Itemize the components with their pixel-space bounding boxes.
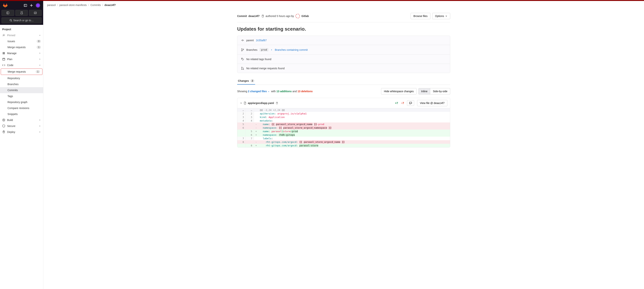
sidebar-deploy[interactable]: Deploy <box>0 129 43 135</box>
changes-summary: Showing 2 changed files with 13 addition… <box>237 90 313 93</box>
inline-view-button[interactable]: Inline <box>418 88 430 94</box>
hide-whitespace-button[interactable]: Hide whitespace changes <box>381 88 416 94</box>
pinned-section[interactable]: Pinned <box>0 32 43 38</box>
svg-point-12 <box>4 53 5 54</box>
sidebar-manage[interactable]: Manage <box>0 50 43 56</box>
diff-line: 8- rht-gitops.com/argocd: {{ parasol_sto… <box>237 140 450 144</box>
svg-rect-13 <box>2 58 5 60</box>
branch-tag[interactable]: prod <box>260 48 268 51</box>
build-icon <box>2 119 5 122</box>
sidebar-issues[interactable]: Issues 0 <box>0 38 43 44</box>
tabs: Changes 2 <box>237 77 450 85</box>
diff-line: 44 metadata: <box>237 119 450 122</box>
nav-btn-3[interactable] <box>29 10 42 16</box>
sidebar-build[interactable]: Build <box>0 117 43 123</box>
sidebar-toggle-icon[interactable] <box>24 4 27 7</box>
diff-line: 6- namespace: {{ parasol_store_argocd_na… <box>237 126 450 130</box>
nav-btn-1[interactable] <box>2 10 14 16</box>
chevron-down-icon <box>39 64 41 66</box>
mr-badge: 1 <box>37 46 41 49</box>
tab-changes[interactable]: Changes 2 <box>237 77 255 85</box>
changed-files-link[interactable]: 2 changed files <box>248 90 270 93</box>
breadcrumb-item[interactable]: Commits <box>90 3 101 6</box>
parent-label: parent <box>246 39 254 42</box>
author-name[interactable]: Gitlab <box>302 14 309 17</box>
svg-point-11 <box>3 53 4 54</box>
view-file-button[interactable]: View file @ deaa14f7 <box>417 100 448 106</box>
chevron-right-icon <box>270 49 272 51</box>
chevron-right-icon <box>39 119 41 121</box>
svg-rect-2 <box>7 12 9 14</box>
svg-point-24 <box>243 49 244 50</box>
parent-sha-link[interactable]: 2c55af87 <box>256 39 267 42</box>
sidebar-issues-label: Issues <box>8 40 15 43</box>
sidebar-tags[interactable]: Tags <box>0 93 43 99</box>
deploy-label: Deploy <box>7 130 15 133</box>
chevron-right-icon <box>39 125 41 127</box>
sidebar-header: Search or go to… <box>0 1 43 25</box>
diff-line: 77 labels: <box>237 137 450 140</box>
user-avatar[interactable] <box>36 3 40 8</box>
side-by-side-button[interactable]: Side-by-side <box>430 88 450 94</box>
no-tags-text: No related tags found <box>246 58 271 61</box>
comment-button[interactable] <box>407 100 414 106</box>
copy-sha-icon[interactable] <box>261 14 264 17</box>
svg-rect-29 <box>276 102 278 104</box>
sidebar-repo-graph[interactable]: Repository graph <box>0 99 43 105</box>
gitlab-logo[interactable] <box>3 3 8 8</box>
branch-icon <box>241 48 244 51</box>
copy-path-icon[interactable] <box>276 102 278 104</box>
breadcrumb-item[interactable]: parasol <box>47 3 56 6</box>
sidebar-code[interactable]: Code <box>0 62 43 68</box>
sidebar-plan[interactable]: Plan <box>0 56 43 62</box>
sidebar-branches[interactable]: Branches <box>0 81 43 87</box>
chevron-down-icon[interactable] <box>240 102 242 104</box>
svg-rect-0 <box>24 4 27 6</box>
author-avatar[interactable] <box>296 14 300 18</box>
comment-icon <box>409 102 412 105</box>
breadcrumb: parasol / parasol-store-manifests / Comm… <box>47 1 640 9</box>
branches-containing-link[interactable]: Branches containing commit <box>275 48 308 51</box>
plan-label: Plan <box>7 58 12 61</box>
sidebar-mr-pinned[interactable]: Merge requests 1 <box>0 44 43 50</box>
file-deletions: −7 <box>401 102 404 105</box>
sidebar-snippets[interactable]: Snippets <box>0 111 43 117</box>
plus-icon[interactable] <box>30 4 33 7</box>
svg-point-26 <box>242 67 242 68</box>
svg-point-27 <box>242 69 242 70</box>
diff-line: 5+ name: parasol-store-prod <box>237 130 450 133</box>
chevron-right-icon <box>39 131 41 133</box>
file-path-text[interactable]: app/argocd/app.yaml <box>248 102 274 105</box>
main-content: parasol / parasol-store-manifests / Comm… <box>43 1 644 289</box>
plan-icon <box>2 58 5 61</box>
sidebar-compare[interactable]: Compare revisions <box>0 105 43 111</box>
chevron-down-icon <box>39 34 41 36</box>
commit-info-box: parent 2c55af87 Branches prod Branches c… <box>237 36 450 73</box>
chevron-right-icon <box>39 58 41 60</box>
svg-point-23 <box>242 50 242 51</box>
file-additions: +7 <box>395 102 398 105</box>
nav-btn-2[interactable] <box>15 10 28 16</box>
svg-point-22 <box>242 48 242 49</box>
search-button[interactable]: Search or go to… <box>2 17 42 23</box>
manage-label: Manage <box>7 52 17 55</box>
no-mr-text: No related merge requests found <box>246 67 284 70</box>
breadcrumb-item[interactable]: parasol-store-manifests <box>60 3 87 6</box>
sidebar-commits[interactable]: Commits <box>0 87 43 93</box>
diff-line: 6+ namespace: rhdh-gitops <box>237 133 450 137</box>
sidebar-code-mr[interactable]: Merge requests 1 <box>1 68 42 75</box>
diff-table: ……@@ -2,24 +2,24 @@22 apiVersion: argopr… <box>237 108 450 147</box>
svg-rect-18 <box>262 15 264 17</box>
commit-label: Commit <box>237 14 247 17</box>
deletions-text: 13 deletions <box>298 90 313 93</box>
svg-line-8 <box>11 21 12 22</box>
parent-row: parent 2c55af87 <box>237 36 450 45</box>
sidebar-secure[interactable]: Secure <box>0 123 43 129</box>
authored-text: authored 5 hours ago by <box>266 14 294 17</box>
pinned-label: Pinned <box>7 34 15 37</box>
svg-point-9 <box>3 52 4 53</box>
browse-files-button[interactable]: Browse files <box>410 13 430 19</box>
options-button[interactable]: Options <box>432 13 450 19</box>
sidebar-repository[interactable]: Repository <box>0 75 43 81</box>
secure-label: Secure <box>7 125 15 127</box>
